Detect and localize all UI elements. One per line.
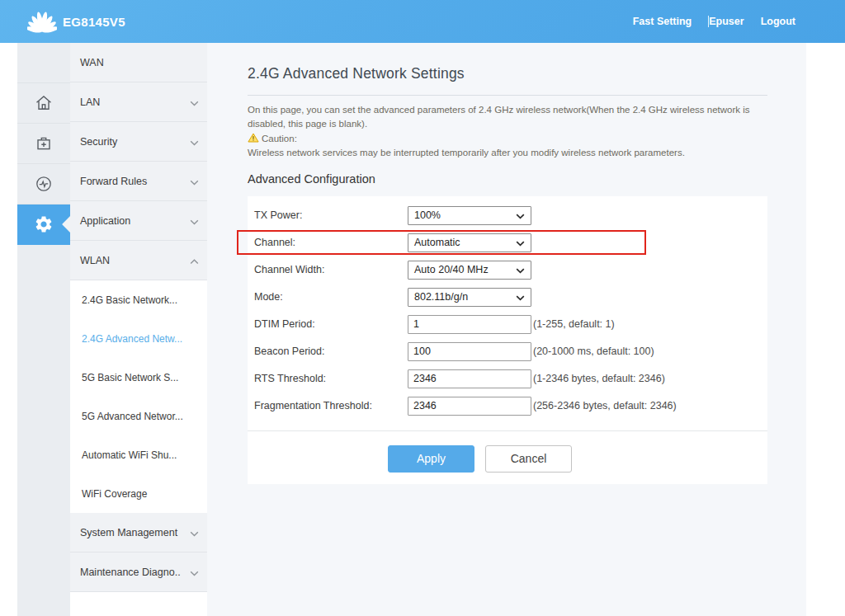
sidebar-item-label: WLAN (80, 255, 110, 266)
field-label-channel-width: Channel Width: (254, 264, 408, 275)
field-hint: (256-2346 bytes, default: 2346) (533, 400, 677, 411)
field-label-mode: Mode: (254, 291, 408, 303)
router-admin-app: EG8145V5 Fast SettingEpuserLogout WANLAN… (0, 0, 845, 616)
sidebar-item-5g-advanced-networ[interactable]: 5G Advanced Networ... (70, 397, 207, 435)
sidebar-item-wifi-coverage[interactable]: WiFi Coverage (70, 474, 207, 513)
sidebar-item-label: 2.4G Advanced Netw... (82, 333, 182, 345)
field-row-tx-power: TX Power:100% (248, 202, 767, 229)
sidebar-item-security[interactable]: Security (70, 122, 207, 162)
sidebar-item-label: Security (80, 136, 117, 148)
chevron-down-icon (185, 565, 199, 580)
sidebar-item-label: 5G Basic Network S... (82, 372, 178, 383)
sidebar-item-label: LAN (80, 96, 100, 108)
page-title: 2.4G Advanced Network Settings (248, 65, 767, 82)
caution-line: Caution: (248, 131, 767, 146)
field-label-rts-threshold: RTS Threshold: (254, 373, 408, 384)
mode-select[interactable]: 802.11b/g/n (408, 288, 531, 307)
chevron-down-icon (185, 134, 199, 149)
top-bar: EG8145V5 Fast SettingEpuserLogout (0, 0, 845, 43)
caution-label: Caution: (262, 132, 297, 146)
sidebar-item-application[interactable]: Application (70, 201, 207, 241)
epuser-link[interactable]: Epuser (709, 16, 744, 27)
field-hint: (1-255, default: 1) (533, 318, 615, 330)
rail-item-home[interactable] (17, 83, 70, 124)
sidebar-item-wlan[interactable]: WLAN (70, 241, 207, 280)
buttons-row: Apply Cancel (248, 445, 767, 473)
channel-width-select[interactable]: Auto 20/40 MHz (408, 261, 531, 280)
rail-item-settings-gear[interactable] (17, 205, 70, 245)
field-label-beacon-period: Beacon Period: (254, 346, 408, 357)
diagnostics-icon (33, 174, 54, 194)
field-label-dtim-period: DTIM Period: (254, 318, 408, 330)
sidebar-menu: WANLANSecurityForward RulesApplicationWL… (70, 43, 207, 616)
settings-gear-icon (34, 214, 54, 234)
page-description: On this page, you can set the advanced p… (248, 103, 759, 130)
rail-item-toolbox[interactable] (17, 124, 70, 164)
field-row-channel-width: Channel Width:Auto 20/40 MHz (248, 256, 767, 284)
field-hint: (1-2346 bytes, default: 2346) (533, 373, 665, 384)
sidebar-item-label: Forward Rules (80, 176, 147, 187)
field-label-channel: Channel: (254, 237, 408, 248)
chevron-down-icon (185, 214, 199, 228)
sidebar-item-wan[interactable]: WAN (70, 43, 207, 82)
brand: EG8145V5 (27, 10, 125, 33)
sidebar-item-system-management[interactable]: System Management (70, 513, 207, 553)
channel-select[interactable]: Automatic (408, 233, 531, 252)
dtim-period-input[interactable] (408, 315, 531, 334)
huawei-logo-icon (27, 10, 57, 33)
sidebar-item-label: 5G Advanced Networ... (82, 411, 183, 422)
buttons-divider (248, 430, 767, 431)
dropdown-arrow-icon (516, 208, 525, 223)
sidebar-item-maintenance-diagno[interactable]: Maintenance Diagno.. (70, 553, 207, 592)
field-row-fragmentation-threshold: Fragmentation Threshold:(256-2346 bytes,… (248, 393, 767, 420)
sidebar-item-label: System Management (80, 527, 177, 538)
sidebar-item-label: WiFi Coverage (82, 488, 147, 500)
form-rows: TX Power:100%Channel:AutomaticChannel Wi… (248, 202, 767, 420)
chevron-down-icon (185, 95, 199, 110)
rts-threshold-input[interactable] (408, 369, 531, 388)
rail-item-diagnostics[interactable] (17, 164, 70, 205)
title-divider (248, 95, 767, 96)
field-row-mode: Mode:802.11b/g/n (248, 284, 767, 311)
chevron-up-icon (185, 253, 199, 268)
sidebar-item-label: WAN (80, 57, 104, 68)
sidebar-item-label: 2.4G Basic Network... (82, 294, 177, 306)
sidebar-item-5g-basic-network-s[interactable]: 5G Basic Network S... (70, 358, 207, 397)
fast-setting-link[interactable]: Fast Setting (633, 16, 692, 27)
selected-value: 802.11b/g/n (414, 291, 468, 303)
sidebar-item-label: Automatic WiFi Shu... (82, 449, 177, 461)
field-hint: (20-1000 ms, default: 100) (533, 346, 654, 357)
content-inner: 2.4G Advanced Network Settings On this p… (248, 43, 767, 484)
caution-warning-icon (248, 131, 262, 146)
sidebar-item-forward-rules[interactable]: Forward Rules (70, 162, 207, 201)
icon-rail (17, 43, 70, 616)
chevron-down-icon (185, 525, 199, 540)
rail-item-blank (17, 43, 70, 83)
advanced-configuration-panel: TX Power:100%Channel:AutomaticChannel Wi… (248, 196, 767, 484)
beacon-period-input[interactable] (408, 342, 531, 361)
selected-value: Auto 20/40 MHz (414, 264, 489, 275)
caution-text: Wireless network services may be interru… (248, 146, 759, 160)
home-icon (33, 93, 54, 113)
selected-value: 100% (414, 209, 441, 221)
top-links: Fast SettingEpuserLogout (633, 16, 795, 27)
field-row-channel: Channel:Automatic (248, 229, 767, 256)
sidebar-item-label: Maintenance Diagno.. (80, 567, 181, 578)
content-area: 2.4G Advanced Network Settings On this p… (207, 43, 806, 616)
sidebar-item-2-4g-advanced-netw[interactable]: 2.4G Advanced Netw... (70, 319, 207, 358)
field-label-fragmentation-threshold: Fragmentation Threshold: (254, 400, 408, 411)
sidebar-item-2-4g-basic-network[interactable]: 2.4G Basic Network... (70, 280, 207, 319)
fragmentation-threshold-input[interactable] (408, 397, 531, 416)
sidebar-item-label: Application (80, 215, 130, 227)
dropdown-arrow-icon (516, 235, 525, 250)
tx-power-select[interactable]: 100% (408, 206, 531, 225)
sidebar-item-automatic-wifi-shu[interactable]: Automatic WiFi Shu... (70, 435, 207, 474)
logout-link[interactable]: Logout (761, 16, 795, 27)
cancel-button[interactable]: Cancel (485, 445, 572, 473)
field-row-dtim-period: DTIM Period:(1-255, default: 1) (248, 311, 767, 338)
toolbox-icon (33, 134, 54, 153)
apply-button[interactable]: Apply (388, 445, 474, 473)
sidebar-item-lan[interactable]: LAN (70, 82, 207, 122)
dropdown-arrow-icon (516, 262, 525, 277)
device-name: EG8145V5 (63, 15, 125, 29)
